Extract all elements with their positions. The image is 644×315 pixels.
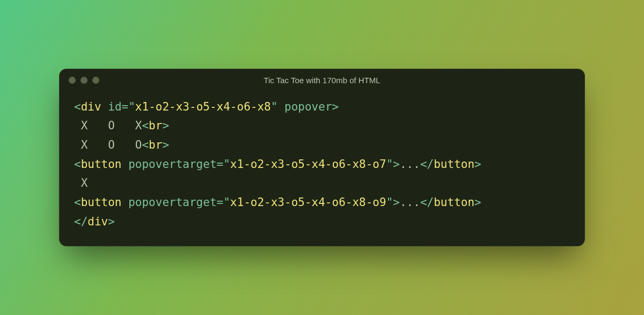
code-token: ... [400,158,420,171]
code-token: </ [420,158,434,171]
code-token: " [271,100,278,113]
code-window: Tic Tac Toe with 170mb of HTML <div id="… [59,69,585,247]
code-token: ... [400,196,420,209]
code-token: x1-o2-x3-o5-x4-o6-x8 [135,100,271,113]
code-token: > [332,100,339,113]
code-token: div [81,100,101,113]
traffic-lights [69,77,99,84]
code-token: br [149,138,162,151]
code-token: div [87,215,108,228]
code-token: button [81,158,122,171]
code-token: > [474,196,481,209]
code-token: > [393,196,400,209]
code-token: > [474,158,481,171]
code-token: > [108,215,115,228]
code-token: x1-o2-x3-o5-x4-o6-x8-o9 [230,196,386,209]
code-token [277,100,284,113]
code-token: X [74,177,87,189]
code-token: > [393,158,400,171]
code-token: x1-o2-x3-o5-x4-o6-x8-o7 [230,158,386,171]
window-title: Tic Tac Toe with 170mb of HTML [59,76,585,85]
code-token: button [81,196,122,209]
code-token: < [142,138,149,151]
code-area: <div id="x1-o2-x3-o5-x4-o6-x8" popover> … [59,92,585,247]
code-token [101,100,108,113]
code-token: " [223,158,230,171]
code-token: < [74,158,81,171]
code-token: X O X [74,119,142,132]
code-token: > [162,119,169,132]
close-icon[interactable] [69,77,76,84]
code-token: " [386,158,393,171]
code-token: popover [284,100,332,113]
code-token: popovertarget [128,196,216,209]
code-token: X O O [74,138,142,151]
code-token: = [217,196,224,209]
code-token: </ [420,196,434,209]
code-token [122,196,129,209]
code-token: < [74,100,81,113]
titlebar: Tic Tac Toe with 170mb of HTML [59,69,585,92]
code-token: </ [74,215,87,228]
maximize-icon[interactable] [92,77,99,84]
code-token: " [128,100,135,113]
code-token: button [434,196,474,209]
code-token: < [142,119,149,132]
code-token: < [74,196,81,209]
code-token [122,158,129,171]
code-token: = [217,158,224,171]
code-token: id [108,100,121,113]
minimize-icon[interactable] [80,77,87,84]
code-token: button [434,158,474,171]
code-token: " [386,196,393,209]
code-block: <div id="x1-o2-x3-o5-x4-o6-x8" popover> … [74,98,570,232]
code-token: br [149,119,162,132]
code-token: popovertarget [128,158,216,171]
code-token: = [122,100,129,113]
code-token: > [162,138,169,151]
code-token: " [223,196,230,209]
